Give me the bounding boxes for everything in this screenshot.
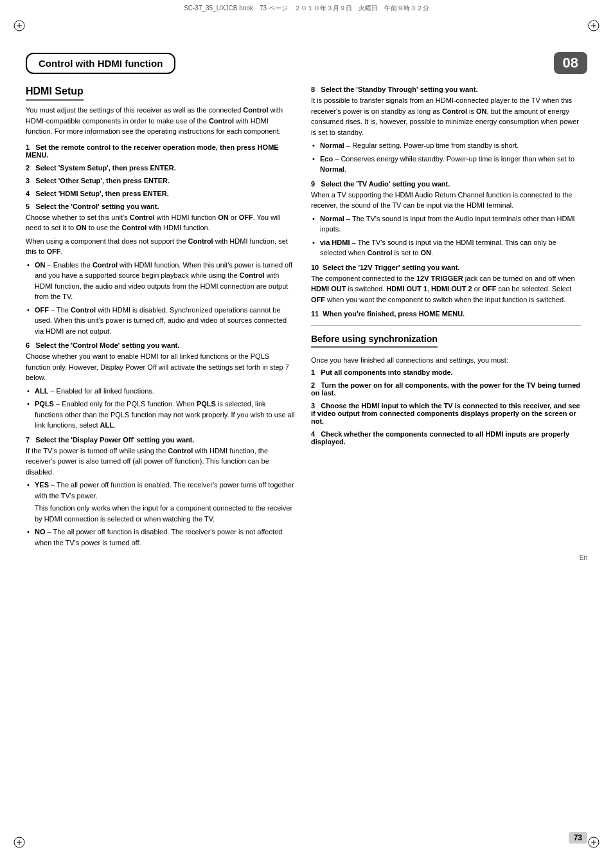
step-9-bullets: Normal – The TV's sound is input from th… bbox=[311, 213, 581, 258]
step-6: 6 Select the 'Control Mode' setting you … bbox=[26, 341, 296, 431]
sync-step-2: 2 Turn the power on for all components, … bbox=[311, 381, 581, 397]
bullet-normal-9: Normal – The TV's sound is input from th… bbox=[311, 213, 581, 235]
section-title-hdmi-setup: HDMI Setup bbox=[26, 86, 84, 101]
corner-mark-bl bbox=[13, 836, 26, 849]
sync-step-1-heading: 1 Put all components into standby mode. bbox=[311, 368, 581, 376]
bullet-off: OFF – The Control with HDMI is disabled.… bbox=[26, 305, 296, 337]
sync-step-3-heading: 3 Choose the HDMI input to which the TV … bbox=[311, 402, 581, 425]
step-7: 7 Select the 'Display Power Off' setting… bbox=[26, 436, 296, 548]
step-11-heading: 11 When you're finished, press HOME MENU… bbox=[311, 310, 581, 318]
top-bar-text: SC-37_35_UXJCB.book 73 ページ ２０１０年３月９日 火曜日… bbox=[184, 4, 429, 13]
sync-step-2-heading: 2 Turn the power on for all components, … bbox=[311, 381, 581, 397]
step-5-body: Choose whether to set this unit's Contro… bbox=[26, 212, 296, 233]
sync-step-1: 1 Put all components into standby mode. bbox=[311, 368, 581, 376]
step-5: 5 Select the 'Control' setting you want.… bbox=[26, 203, 296, 337]
corner-mark-tl bbox=[13, 19, 26, 32]
bullet-via-hdmi: via HDMI – The TV's sound is input via t… bbox=[311, 237, 581, 258]
page-number: 73 bbox=[569, 832, 587, 844]
corner-mark-br bbox=[587, 836, 600, 849]
step-3-heading: 3 Select 'Other Setup', then press ENTER… bbox=[26, 177, 296, 185]
step-7-body: If the TV's power is turned off while us… bbox=[26, 446, 296, 478]
content-area: HDMI Setup You must adjust the settings … bbox=[26, 86, 587, 553]
sync-intro: Once you have finished all connections a… bbox=[311, 355, 581, 366]
step-5-heading: 5 Select the 'Control' setting you want. bbox=[26, 203, 296, 210]
step-5-bullets: ON – Enables the Control with HDMI funct… bbox=[26, 260, 296, 337]
step-10-body: The component connected to the 12V TRIGG… bbox=[311, 273, 581, 305]
step-4: 4 Select 'HDMI Setup', then press ENTER. bbox=[26, 190, 296, 197]
step-5-body2: When using a component that does not sup… bbox=[26, 236, 296, 257]
bullet-yes: YES – The all power off function is enab… bbox=[26, 480, 296, 524]
sync-step-4: 4 Check whether the components connected… bbox=[311, 430, 581, 446]
top-bar: SC-37_35_UXJCB.book 73 ページ ２０１０年３月９日 火曜日… bbox=[0, 0, 613, 17]
step-6-bullets: ALL – Enabled for all linked functions. … bbox=[26, 386, 296, 431]
chapter-header: Control with HDMI function 08 bbox=[26, 52, 587, 74]
sync-step-4-heading: 4 Check whether the components connected… bbox=[311, 430, 581, 446]
bullet-on: ON – Enables the Control with HDMI funct… bbox=[26, 260, 296, 302]
step-10-heading: 10 Select the '12V Trigger' setting you … bbox=[311, 264, 581, 271]
step-8: 8 Select the 'Standby Through' setting y… bbox=[311, 86, 581, 175]
step-1: 1 Set the remote control to the receiver… bbox=[26, 143, 296, 159]
step-11: 11 When you're finished, press HOME MENU… bbox=[311, 310, 581, 318]
section-title-sync: Before using synchronization bbox=[311, 334, 438, 348]
bullet-all: ALL – Enabled for all linked functions. bbox=[26, 386, 296, 397]
step-9: 9 Select the 'TV Audio' setting you want… bbox=[311, 180, 581, 258]
step-10: 10 Select the '12V Trigger' setting you … bbox=[311, 264, 581, 305]
step-9-body: When a TV supporting the HDMI Audio Retu… bbox=[311, 190, 581, 211]
step-2: 2 Select 'System Setup', then press ENTE… bbox=[26, 164, 296, 172]
step-2-heading: 2 Select 'System Setup', then press ENTE… bbox=[26, 164, 296, 172]
step-7-heading: 7 Select the 'Display Power Off' setting… bbox=[26, 436, 296, 444]
sync-step-3: 3 Choose the HDMI input to which the TV … bbox=[311, 402, 581, 425]
page-wrapper: SC-37_35_UXJCB.book 73 ページ ２０１０年３月９日 火曜日… bbox=[0, 0, 613, 868]
step-3: 3 Select 'Other Setup', then press ENTER… bbox=[26, 177, 296, 185]
section-intro: You must adjust the settings of this rec… bbox=[26, 105, 296, 137]
page-lang: En bbox=[0, 554, 587, 561]
step-4-heading: 4 Select 'HDMI Setup', then press ENTER. bbox=[26, 190, 296, 197]
step-8-body: It is possible to transfer signals from … bbox=[311, 95, 581, 138]
bullet-eco: Eco – Conserves energy while standby. Po… bbox=[311, 154, 581, 175]
step-9-heading: 9 Select the 'TV Audio' setting you want… bbox=[311, 180, 581, 188]
left-column: HDMI Setup You must adjust the settings … bbox=[26, 86, 296, 553]
corner-mark-tr bbox=[587, 19, 600, 32]
bullet-normal-8: Normal – Regular setting. Power-up time … bbox=[311, 140, 581, 151]
step-8-bullets: Normal – Regular setting. Power-up time … bbox=[311, 140, 581, 175]
step-7-bullets: YES – The all power off function is enab… bbox=[26, 480, 296, 548]
bullet-pqls: PQLS – Enabled only for the PQLS functio… bbox=[26, 399, 296, 431]
step-6-body: Choose whether you want to enable HDMI f… bbox=[26, 351, 296, 383]
chapter-number: 08 bbox=[554, 52, 587, 74]
divider bbox=[311, 325, 581, 326]
step-6-heading: 6 Select the 'Control Mode' setting you … bbox=[26, 341, 296, 349]
step-1-heading: 1 Set the remote control to the receiver… bbox=[26, 143, 296, 159]
chapter-title: Control with HDMI function bbox=[26, 53, 175, 74]
step-8-heading: 8 Select the 'Standby Through' setting y… bbox=[311, 86, 581, 93]
right-column: 8 Select the 'Standby Through' setting y… bbox=[311, 86, 581, 553]
bullet-no: NO – The all power off function is disab… bbox=[26, 527, 296, 548]
